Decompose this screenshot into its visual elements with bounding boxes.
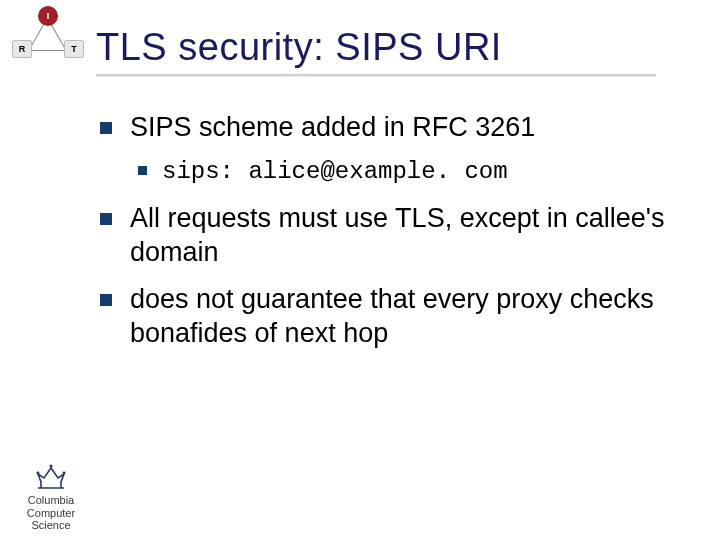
svg-point-0 — [49, 464, 52, 467]
bullet: SIPS scheme added in RFC 3261 sips: alic… — [96, 110, 690, 187]
footer: Columbia Computer Science — [6, 462, 96, 532]
page-title: TLS security: SIPS URI — [96, 26, 502, 69]
content: SIPS scheme added in RFC 3261 sips: alic… — [96, 110, 690, 363]
node-label: R — [19, 44, 26, 54]
page-title-container: TLS security: SIPS URI — [96, 18, 696, 76]
bullet-list: SIPS scheme added in RFC 3261 sips: alic… — [96, 110, 690, 351]
crown-icon — [34, 462, 68, 492]
network-graphic: I R T — [8, 4, 86, 84]
bullet-text: does not guarantee that every proxy chec… — [130, 284, 654, 349]
sub-bullet: sips: alice@example. com — [130, 155, 690, 187]
footer-line: Columbia — [6, 494, 96, 507]
footer-line: Computer — [6, 507, 96, 520]
bullet: All requests must use TLS, except in cal… — [96, 201, 690, 270]
sub-bullet-list: sips: alice@example. com — [130, 155, 690, 187]
node-t: T — [64, 40, 84, 58]
svg-point-1 — [37, 472, 40, 475]
sub-bullet-text: sips: alice@example. com — [162, 158, 508, 185]
node-label: I — [47, 11, 50, 21]
node-r: R — [12, 40, 32, 58]
slide: { "topleft": { "i": "I", "r": "R", "t": … — [0, 0, 720, 540]
bullet-text: All requests must use TLS, except in cal… — [130, 203, 664, 268]
svg-point-2 — [63, 472, 66, 475]
bullet-text: SIPS scheme added in RFC 3261 — [130, 112, 535, 142]
footer-line: Science — [6, 519, 96, 532]
title-divider — [96, 74, 656, 77]
node-i: I — [38, 6, 58, 26]
node-label: T — [71, 44, 77, 54]
bullet: does not guarantee that every proxy chec… — [96, 282, 690, 351]
